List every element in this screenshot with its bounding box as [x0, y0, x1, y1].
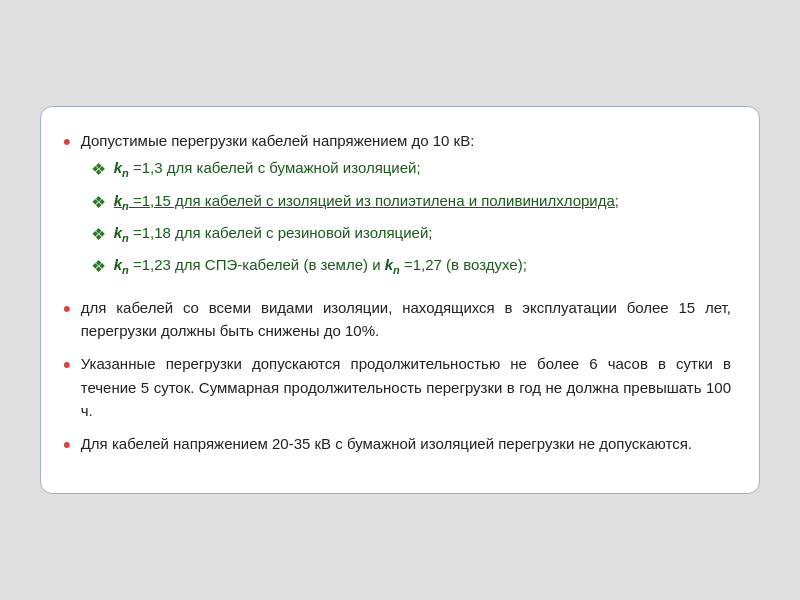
- list-item-2: • для кабелей со всеми видами изоляции, …: [63, 296, 731, 343]
- bullet-icon-1: •: [63, 127, 71, 158]
- item2-text: для кабелей со всеми видами изоляции, на…: [81, 299, 731, 339]
- item4-text: Для кабелей напряжением 20-35 кВ с бумаж…: [81, 435, 692, 452]
- content-card: • Допустимые перегрузки кабелей напряжен…: [40, 106, 760, 494]
- diamond-icon-3: ❖: [91, 222, 106, 248]
- diamond-icon-4: ❖: [91, 254, 106, 280]
- sub-item-4: ❖ kn =1,23 для СПЭ-кабелей (в земле) и k…: [91, 253, 731, 280]
- main-list: • Допустимые перегрузки кабелей напряжен…: [63, 129, 731, 461]
- sub-item-3: ❖ kn =1,18 для кабелей с резиновой изоля…: [91, 221, 731, 248]
- sub4-text: kn =1,23 для СПЭ-кабелей (в земле) и kn …: [114, 253, 731, 279]
- diamond-icon-2: ❖: [91, 190, 106, 216]
- list-item-1: • Допустимые перегрузки кабелей напряжен…: [63, 129, 731, 286]
- item1-text: Допустимые перегрузки кабелей напряжение…: [81, 132, 475, 149]
- diamond-icon-1: ❖: [91, 157, 106, 183]
- sub-item-2: ❖ kn =1,15 для кабелей с изоляцией из по…: [91, 189, 731, 216]
- item2-content: для кабелей со всеми видами изоляции, на…: [81, 296, 731, 343]
- bullet-icon-2: •: [63, 294, 71, 325]
- item4-content: Для кабелей напряжением 20-35 кВ с бумаж…: [81, 432, 731, 455]
- bullet-icon-3: •: [63, 350, 71, 381]
- bullet-icon-4: •: [63, 430, 71, 461]
- list-item-3: • Указанные перегрузки допускаются продо…: [63, 352, 731, 422]
- sub-list: ❖ kn =1,3 для кабелей с бумажной изоляци…: [91, 156, 731, 280]
- sub1-text: kn =1,3 для кабелей с бумажной изоляцией…: [114, 156, 731, 182]
- sub-item-1: ❖ kn =1,3 для кабелей с бумажной изоляци…: [91, 156, 731, 183]
- sub2-text: kn =1,15 для кабелей с изоляцией из поли…: [114, 189, 731, 215]
- item3-content: Указанные перегрузки допускаются продолж…: [81, 352, 731, 422]
- item3-text: Указанные перегрузки допускаются продолж…: [81, 355, 731, 419]
- list-item-4: • Для кабелей напряжением 20-35 кВ с бум…: [63, 432, 731, 461]
- sub3-text: kn =1,18 для кабелей с резиновой изоляци…: [114, 221, 731, 247]
- item1-content: Допустимые перегрузки кабелей напряжение…: [81, 129, 731, 286]
